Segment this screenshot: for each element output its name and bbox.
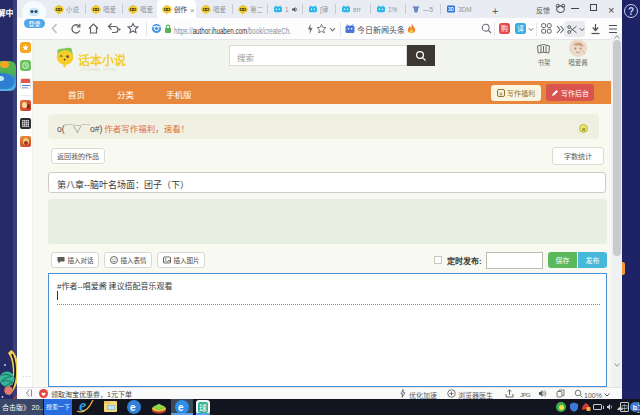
- svg-text:3D: 3D: [448, 7, 455, 12]
